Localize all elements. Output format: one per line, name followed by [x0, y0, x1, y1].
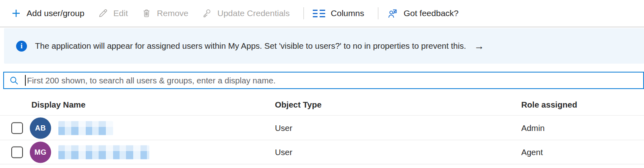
key-icon [202, 8, 212, 18]
object-type-cell: User [275, 147, 292, 157]
command-bar: Add user/group Edit Remove Update Creden… [0, 0, 644, 27]
remove-button[interactable]: Remove [142, 8, 188, 18]
row-checkbox[interactable] [11, 122, 23, 134]
arrow-right-icon[interactable]: → [474, 41, 484, 51]
got-feedback-label: Got feedback? [404, 8, 459, 18]
toolbar-separator [378, 7, 378, 19]
remove-label: Remove [157, 8, 188, 18]
column-header-display-name[interactable]: Display Name [31, 93, 85, 116]
columns-button[interactable]: Columns [313, 8, 364, 18]
add-user-group-button[interactable]: Add user/group [11, 8, 85, 18]
pencil-icon [98, 8, 108, 18]
edit-label: Edit [114, 8, 128, 18]
trash-icon [142, 8, 151, 18]
update-credentials-button[interactable]: Update Credentials [202, 8, 290, 18]
column-header-object-type[interactable]: Object Type [275, 93, 322, 116]
toolbar-separator [303, 7, 304, 19]
role-assigned-cell: Agent [521, 147, 543, 157]
info-banner-message: The application will appear for assigned… [35, 41, 466, 51]
search-input[interactable] [27, 73, 643, 88]
info-icon: i [16, 41, 27, 52]
columns-label: Columns [331, 8, 364, 18]
redacted-display-name [58, 121, 113, 135]
object-type-cell: User [275, 123, 292, 133]
columns-icon [313, 10, 325, 17]
update-credentials-label: Update Credentials [217, 8, 290, 18]
row-checkbox[interactable] [11, 146, 23, 158]
users-groups-page: Add user/group Edit Remove Update Creden… [0, 0, 644, 168]
edit-button[interactable]: Edit [98, 8, 128, 18]
table-row[interactable]: MG User Agent [0, 140, 644, 164]
info-banner: i The application will appear for assign… [4, 28, 644, 64]
plus-icon [11, 8, 21, 18]
table-row[interactable]: AB User Admin [0, 116, 644, 140]
add-user-group-label: Add user/group [27, 8, 85, 18]
redacted-display-name [58, 145, 149, 159]
feedback-icon [387, 8, 398, 19]
role-assigned-cell: Admin [521, 123, 545, 133]
search-box [3, 72, 644, 89]
table-header: Display Name Object Type Role assigned [0, 93, 644, 116]
got-feedback-button[interactable]: Got feedback? [387, 8, 459, 19]
search-icon [9, 75, 19, 86]
avatar: MG [30, 141, 51, 163]
avatar: AB [30, 117, 51, 139]
column-header-role-assigned[interactable]: Role assigned [521, 93, 577, 116]
text-cursor [25, 75, 26, 86]
